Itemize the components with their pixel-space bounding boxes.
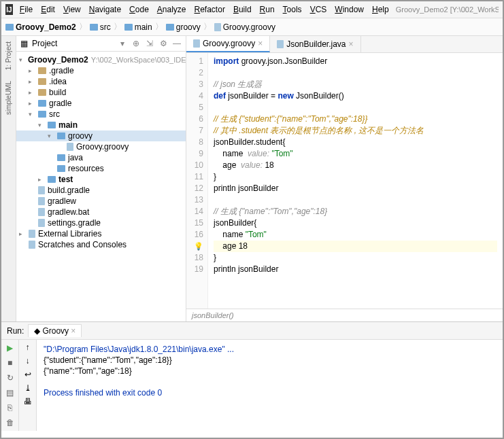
menu-edit[interactable]: Edit (37, 3, 59, 16)
tree-row[interactable]: Groovy.groovy (16, 141, 186, 152)
folder-icon (38, 78, 46, 85)
tree-label: gradlew (48, 196, 76, 206)
menu-refactor[interactable]: Refactor (190, 3, 229, 16)
menu-build[interactable]: Build (229, 3, 256, 16)
menu-file[interactable]: File (16, 3, 37, 16)
menu-vcs[interactable]: VCS (306, 3, 331, 16)
menu-help[interactable]: Help (368, 3, 393, 16)
breadcrumb-item[interactable]: Groovy.groovy (214, 22, 275, 32)
tree-arrow-icon[interactable]: ▾ (19, 56, 22, 63)
tree-row[interactable]: ▾src (16, 109, 186, 120)
tree-row[interactable]: ▸test (16, 174, 186, 185)
tree-row[interactable]: ▸.idea (16, 76, 186, 87)
menu-bar: IJ FileEditViewNavigateCodeAnalyzeRefact… (1, 1, 503, 18)
scroll-button[interactable]: ⤓ (24, 383, 31, 393)
folder-icon (90, 24, 98, 31)
menu-analyze[interactable]: Analyze (153, 3, 190, 16)
project-tree[interactable]: ▾Groovy_Demo2 Y:\002_WorkSpace\003_IDE▸.… (16, 52, 186, 321)
menu-tools[interactable]: Tools (279, 3, 306, 16)
close-icon[interactable]: × (71, 326, 75, 336)
tree-row[interactable]: ▸External Libraries (16, 228, 186, 239)
tree-label: resources (68, 164, 104, 173)
tree-arrow-icon[interactable]: ▾ (48, 133, 54, 139)
breadcrumb-item[interactable]: src (90, 22, 111, 32)
tree-row[interactable]: gradlew.bat (16, 207, 186, 217)
file-icon (277, 40, 284, 48)
tree-arrow-icon[interactable]: ▸ (29, 67, 35, 74)
tree-row[interactable]: ▸build (16, 87, 186, 98)
run-tab[interactable]: ◆ Groovy × (28, 324, 82, 337)
scratch-icon (29, 241, 35, 249)
tree-arrow-icon[interactable]: ▾ (38, 122, 45, 128)
tree-label: src (49, 109, 60, 119)
target-icon[interactable]: ⊕ (131, 39, 141, 48)
tree-row[interactable]: resources (16, 163, 186, 174)
editor-panel: Groovy.groovy×JsonBuilder.java× 12345678… (186, 36, 503, 321)
wrap-button[interactable]: ↩ (24, 370, 31, 379)
editor-breadcrumb[interactable]: jsonBuilder() (186, 309, 503, 321)
editor-tab[interactable]: JsonBuilder.java× (270, 36, 360, 52)
tree-row[interactable]: settings.gradle (16, 217, 186, 228)
tree-row[interactable]: ▸gradle (16, 98, 186, 109)
tree-arrow-icon[interactable]: ▸ (29, 89, 35, 96)
console-output[interactable]: "D:\Program Files\Java\jdk1.8.0_221\bin\… (37, 340, 503, 431)
file-icon (193, 39, 200, 48)
tree-row[interactable]: java (16, 152, 186, 163)
tree-label: settings.gradle (48, 218, 101, 228)
window-title-path: Groovy_Demo2 [Y:\002_WorkSpace\003_IDE (396, 5, 499, 14)
close-icon[interactable]: × (258, 39, 263, 48)
close-icon[interactable]: × (349, 39, 354, 49)
tool-tab-simpleuml[interactable]: simpleUML (3, 78, 14, 118)
run-label: Run: (7, 326, 24, 336)
hide-icon[interactable]: — (172, 39, 182, 48)
down-button[interactable]: ↓ (26, 356, 30, 366)
layout-button[interactable]: ▤ (5, 387, 16, 398)
tree-label: main (58, 120, 78, 130)
tree-arrow-icon[interactable]: ▸ (38, 176, 45, 183)
tree-row[interactable]: build.gradle (16, 185, 186, 196)
tree-label: gradle (49, 99, 71, 108)
project-title: Project (32, 39, 114, 48)
menu-window[interactable]: Window (331, 3, 368, 16)
tree-arrow-icon[interactable]: ▸ (19, 230, 26, 237)
tree-label: test (58, 175, 73, 184)
folder-icon (38, 89, 46, 96)
tree-arrow-icon[interactable]: ▸ (29, 100, 35, 107)
editor-tab[interactable]: Groovy.groovy× (186, 36, 270, 52)
code-editor[interactable]: import groovy.json.JsonBuilder // json 生… (208, 53, 503, 309)
breadcrumb-item[interactable]: Groovy_Demo2 (5, 22, 76, 32)
tree-row[interactable]: Scratches and Consoles (16, 239, 186, 250)
tool-tab-project[interactable]: 1: Project (3, 39, 14, 73)
file-icon (38, 197, 45, 205)
tree-row[interactable]: ▸.gradle (16, 65, 186, 76)
stop-button[interactable]: ■ (5, 357, 16, 368)
chevron-down-icon[interactable]: ▾ (118, 39, 127, 48)
tree-label: Scratches and Consoles (38, 240, 127, 249)
tree-label: External Libraries (38, 229, 101, 239)
up-button[interactable]: ↑ (26, 343, 30, 352)
gear-icon[interactable]: ⚙ (158, 39, 168, 48)
tree-arrow-icon[interactable]: ▾ (29, 111, 35, 118)
rerun-button[interactable]: ↻ (5, 372, 16, 383)
project-icon: ▦ (20, 39, 28, 48)
pin-button[interactable]: ⎘ (5, 402, 16, 413)
menu-navigate[interactable]: Navigate (85, 3, 125, 16)
breadcrumb-item[interactable]: groovy (166, 22, 201, 32)
menu-run[interactable]: Run (256, 3, 279, 16)
breadcrumb: Groovy_Demo2〉src〉main〉groovy〉Groovy.groo… (1, 18, 503, 36)
tree-arrow-icon[interactable]: ▸ (29, 78, 35, 85)
tree-row[interactable]: ▾groovy (16, 130, 186, 141)
folder-blue-icon (38, 100, 46, 107)
menu-code[interactable]: Code (125, 3, 153, 16)
collapse-icon[interactable]: ⇲ (145, 39, 154, 48)
tree-row[interactable]: ▾main (16, 120, 186, 130)
run-button[interactable]: ▶ (5, 343, 16, 353)
print-button[interactable]: 🖶 (24, 397, 32, 406)
folder-blue-icon (48, 176, 56, 183)
breadcrumb-item[interactable]: main (124, 22, 152, 32)
tree-row[interactable]: gradlew (16, 196, 186, 207)
menu-view[interactable]: View (59, 3, 85, 16)
tree-row[interactable]: ▾Groovy_Demo2 Y:\002_WorkSpace\003_IDE (16, 54, 186, 65)
file-icon (38, 186, 45, 194)
trash-button[interactable]: 🗑 (5, 417, 16, 428)
